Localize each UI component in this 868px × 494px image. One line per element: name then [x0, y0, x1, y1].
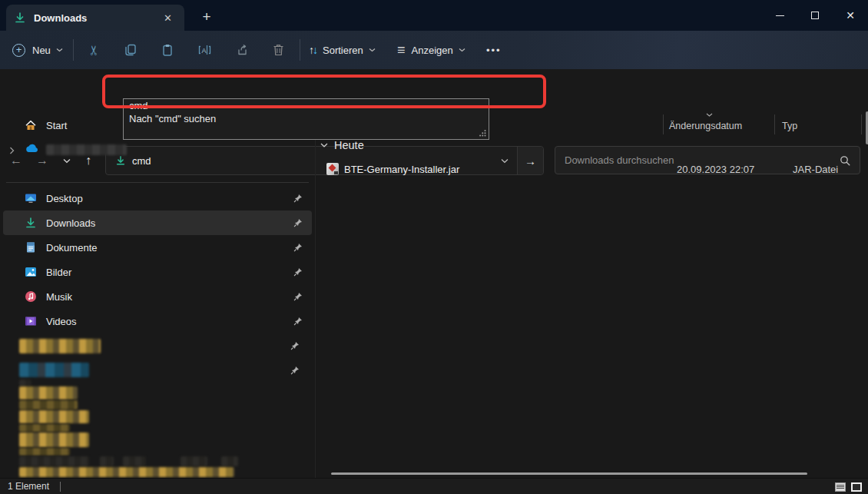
- chevron-right-icon[interactable]: [9, 147, 15, 154]
- home-icon: [25, 119, 37, 131]
- more-options-button[interactable]: •••: [486, 31, 502, 69]
- status-bar: 1 Element: [0, 478, 868, 494]
- redacted-item: [19, 424, 70, 432]
- redacted-item: [221, 456, 238, 466]
- sidebar-item-label: Desktop: [46, 193, 83, 204]
- sidebar-item-videos[interactable]: Videos: [3, 309, 312, 333]
- redacted-item: [19, 339, 101, 353]
- redacted-item: [19, 380, 31, 386]
- delete-button[interactable]: [264, 36, 292, 64]
- sidebar-item-downloads[interactable]: Downloads: [3, 211, 312, 235]
- download-icon: [25, 217, 37, 229]
- file-row[interactable]: BTE-Germany-Installer.jar 20.09.2023 22:…: [326, 158, 864, 180]
- horizontal-scrollbar[interactable]: [331, 472, 807, 475]
- tab-downloads[interactable]: Downloads ✕: [6, 5, 184, 31]
- pin-icon: [293, 243, 303, 252]
- view-button-label: Anzeigen: [412, 45, 453, 56]
- copy-button[interactable]: [117, 36, 144, 64]
- suggestion-item-search[interactable]: Nach "cmd" suchen: [124, 112, 489, 125]
- new-tab-button[interactable]: +: [197, 7, 217, 27]
- thumbnail-view-button[interactable]: [850, 481, 863, 492]
- sidebar-item-label: Downloads: [46, 217, 95, 229]
- sort-arrows-icon: ↑↓: [309, 44, 316, 56]
- close-icon: ✕: [846, 9, 855, 22]
- copy-icon: [124, 44, 137, 56]
- toolbar-separator: [73, 39, 74, 61]
- sidebar-item-pictures[interactable]: Bilder: [3, 260, 312, 284]
- jar-file-icon: [326, 163, 339, 175]
- onedrive-cloud-icon: [25, 144, 37, 156]
- sort-button[interactable]: ↑↓ Sortieren: [309, 31, 376, 69]
- plus-circle-icon: +: [12, 44, 25, 57]
- view-lines-icon: ≡: [397, 42, 406, 58]
- redacted-item: [19, 456, 89, 466]
- ellipsis-icon: •••: [486, 45, 502, 56]
- new-button[interactable]: + Neu: [12, 31, 63, 69]
- chevron-down-icon: [459, 48, 465, 52]
- maximize-icon: [811, 12, 819, 19]
- pictures-icon: [25, 266, 37, 278]
- share-button[interactable]: [227, 36, 255, 64]
- sort-indicator-icon: [706, 113, 713, 117]
- pin-icon: [293, 292, 303, 301]
- file-type: JAR-Datei: [793, 164, 838, 175]
- thumbnail-view-icon: [851, 482, 862, 492]
- address-suggestions-dropdown: cmd Nach "cmd" suchen: [123, 98, 489, 140]
- file-explorer-window: Downloads ✕ + ✕ + Neu ✂: [0, 0, 868, 494]
- command-bar: + Neu ✂ A ↑↓: [0, 31, 868, 69]
- suggestion-item[interactable]: cmd: [124, 99, 489, 112]
- new-button-label: Neu: [32, 45, 51, 56]
- item-count: 1 Element: [8, 481, 49, 492]
- toolbar-separator: [300, 39, 300, 61]
- redacted-item: [19, 433, 89, 447]
- group-header-today[interactable]: Heute: [320, 139, 364, 151]
- maximize-button[interactable]: [797, 0, 833, 31]
- redacted-item: [19, 467, 234, 477]
- sidebar-divider: [6, 182, 309, 183]
- cut-button[interactable]: ✂: [80, 36, 108, 64]
- document-icon: [25, 241, 37, 254]
- sidebar-item-label: Bilder: [46, 267, 71, 278]
- redacted-item: [19, 363, 89, 377]
- details-view-icon: [835, 482, 846, 492]
- chevron-down-icon: [320, 143, 328, 148]
- sidebar-item-desktop[interactable]: Desktop: [3, 186, 312, 211]
- svg-text:A: A: [201, 47, 206, 55]
- sidebar-item-label: Videos: [46, 316, 77, 327]
- redacted-label: [46, 144, 127, 155]
- file-list-pane: Änderungsdatum Typ Heute BTE-Germany-Ins…: [315, 109, 868, 478]
- rename-button[interactable]: A: [190, 36, 218, 64]
- group-label: Heute: [334, 139, 364, 151]
- close-button[interactable]: ✕: [833, 0, 868, 31]
- sort-button-label: Sortieren: [323, 45, 363, 56]
- share-icon: [235, 44, 247, 56]
- minimize-button[interactable]: [762, 0, 797, 31]
- navigation-sidebar: Start Desktop Downloads: [0, 109, 315, 478]
- resize-grip-icon[interactable]: [479, 129, 486, 137]
- sidebar-item-documents[interactable]: Dokumente: [3, 235, 312, 260]
- column-separator[interactable]: [663, 114, 664, 134]
- column-header-date[interactable]: Änderungsdatum: [669, 121, 742, 131]
- clipboard-icon: [161, 44, 174, 56]
- music-icon: [25, 290, 37, 303]
- file-name: BTE-Germany-Installer.jar: [344, 164, 459, 175]
- redacted-item: [19, 400, 78, 409]
- column-separator[interactable]: [861, 114, 862, 134]
- column-header-type[interactable]: Typ: [782, 121, 797, 131]
- titlebar: Downloads ✕ + ✕: [0, 0, 868, 31]
- sidebar-item-label: Musik: [46, 291, 72, 303]
- paste-button[interactable]: [154, 36, 181, 64]
- details-view-button[interactable]: [833, 481, 847, 492]
- redacted-item: [19, 448, 70, 456]
- tab-label: Downloads: [34, 12, 159, 24]
- column-separator[interactable]: [774, 114, 775, 134]
- sidebar-item-music[interactable]: Musik: [3, 284, 312, 309]
- sidebar-item-onedrive[interactable]: [3, 138, 312, 162]
- redacted-item: [181, 456, 207, 466]
- redacted-item: [123, 456, 146, 466]
- scissors-icon: ✂: [86, 45, 102, 55]
- tab-close-icon[interactable]: ✕: [159, 11, 177, 25]
- view-button[interactable]: ≡ Anzeigen: [397, 31, 465, 69]
- window-controls: ✕: [762, 0, 868, 31]
- rename-icon: A: [198, 44, 211, 56]
